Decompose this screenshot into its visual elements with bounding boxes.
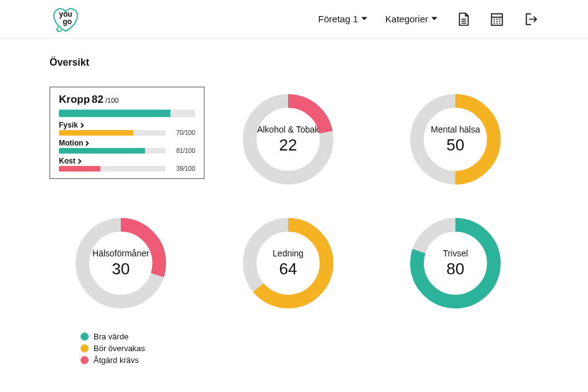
company-dropdown[interactable]: Företag 1 bbox=[318, 14, 368, 24]
detail-sub-label: Kost bbox=[59, 157, 195, 165]
donut-label: Hälsoförmåner bbox=[92, 248, 149, 258]
detail-sub-label: Fysik bbox=[59, 121, 195, 129]
svg-text:go: go bbox=[63, 17, 72, 26]
donut-mental-halsa[interactable]: Mental hälsa50 bbox=[406, 90, 505, 189]
calendar-icon[interactable] bbox=[489, 11, 505, 27]
detail-max: /100 bbox=[105, 97, 118, 104]
top-nav: Företag 1 Kategorier bbox=[318, 11, 538, 27]
detail-sub-label: Motion bbox=[59, 139, 195, 147]
donut-label: Mental hälsa bbox=[431, 124, 480, 134]
donut-trivsel[interactable]: Trivsel80 bbox=[406, 214, 505, 313]
detail-sub-bar bbox=[59, 166, 165, 172]
detail-sub-bar bbox=[59, 130, 165, 136]
categories-dropdown[interactable]: Kategorier bbox=[385, 14, 438, 24]
detail-card-kropp[interactable]: Kropp 82/100 Fysik70/100Motion81/100Kost… bbox=[50, 87, 204, 179]
detail-sub-row[interactable]: Motion81/100 bbox=[59, 139, 195, 154]
detail-title: Kropp 82/100 bbox=[59, 94, 195, 106]
detail-sub-bar bbox=[59, 148, 165, 154]
content: Översikt Kropp 82/100 Fysik70/100Motion8… bbox=[0, 38, 588, 373]
detail-sub-score: 39/100 bbox=[170, 165, 195, 172]
detail-score: 82 bbox=[92, 94, 103, 106]
donut-value: 80 bbox=[447, 259, 465, 279]
donut-halsoformaner[interactable]: Hälsoförmåner30 bbox=[71, 214, 170, 313]
company-label: Företag 1 bbox=[318, 14, 358, 24]
report-icon[interactable] bbox=[455, 11, 472, 27]
donut-alkohol-tobak[interactable]: Alkohol & Tobak22 bbox=[239, 90, 338, 189]
detail-sub-row[interactable]: Fysik70/100 bbox=[59, 121, 195, 136]
page-title: Översikt bbox=[50, 57, 538, 68]
donut-ledning[interactable]: Ledning64 bbox=[239, 214, 338, 313]
categories-label: Kategorier bbox=[385, 14, 428, 24]
logout-icon[interactable] bbox=[522, 11, 538, 27]
chevron-right-icon bbox=[84, 141, 90, 146]
legend-item: Bör övervakas bbox=[81, 344, 538, 353]
detail-sub-score: 81/100 bbox=[170, 147, 195, 154]
donut-value: 50 bbox=[447, 136, 465, 155]
legend-dot-icon bbox=[81, 344, 89, 352]
detail-sub-score: 70/100 bbox=[170, 129, 195, 136]
donut-value: 22 bbox=[279, 136, 297, 155]
donut-label: Alkohol & Tobak bbox=[257, 124, 319, 134]
caret-down-icon bbox=[361, 14, 368, 24]
legend-label: Bör övervakas bbox=[94, 344, 145, 353]
legend-label: Bra värde bbox=[94, 332, 128, 341]
detail-main-bar bbox=[59, 110, 195, 117]
donut-value: 30 bbox=[112, 259, 130, 279]
legend-label: Åtgärd krävs bbox=[94, 355, 139, 365]
legend-dot-icon bbox=[81, 356, 89, 364]
legend: Bra värdeBör övervakasÅtgärd krävs bbox=[50, 332, 538, 365]
legend-dot-icon bbox=[81, 333, 89, 341]
app-header: you go Företag 1 Kategorier bbox=[0, 0, 588, 38]
donut-label: Ledning bbox=[273, 248, 304, 258]
chevron-right-icon bbox=[77, 159, 82, 164]
detail-name: Kropp bbox=[59, 94, 90, 106]
detail-sub-row[interactable]: Kost39/100 bbox=[59, 157, 195, 172]
chevron-right-icon bbox=[79, 123, 85, 128]
dashboard-grid: Kropp 82/100 Fysik70/100Motion81/100Kost… bbox=[50, 87, 538, 316]
donut-label: Trivsel bbox=[443, 248, 468, 258]
caret-down-icon bbox=[431, 14, 438, 24]
logo: you go bbox=[50, 4, 82, 34]
legend-item: Bra värde bbox=[81, 332, 538, 341]
legend-item: Åtgärd krävs bbox=[81, 355, 538, 365]
donut-value: 64 bbox=[279, 259, 297, 279]
